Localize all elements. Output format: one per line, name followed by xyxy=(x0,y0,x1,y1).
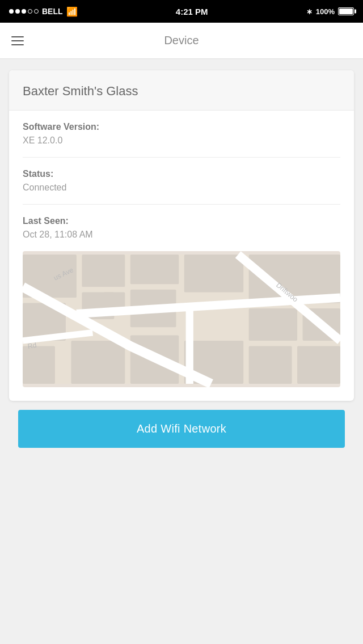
map-svg: us Ave Driftwoo Rd xyxy=(23,251,340,387)
menu-button[interactable] xyxy=(11,36,24,45)
main-content: Baxter Smith's Glass Software Version: X… xyxy=(0,59,363,644)
map-background: us Ave Driftwoo Rd xyxy=(23,251,340,387)
status-bar-left: BELL 📶 xyxy=(9,6,78,17)
svg-rect-4 xyxy=(82,255,125,287)
battery-indicator xyxy=(338,7,354,15)
hamburger-line-1 xyxy=(11,36,24,37)
device-name: Baxter Smith's Glass xyxy=(23,84,138,98)
wifi-icon: 📶 xyxy=(66,6,78,17)
map-container[interactable]: us Ave Driftwoo Rd xyxy=(23,251,340,387)
svg-rect-12 xyxy=(297,346,340,383)
svg-rect-11 xyxy=(249,346,292,383)
signal-dot-2 xyxy=(15,9,20,14)
svg-rect-6 xyxy=(130,255,179,284)
signal-dot-3 xyxy=(22,9,26,14)
add-wifi-button[interactable]: Add Wifi Network xyxy=(18,410,345,448)
nav-bar: Device xyxy=(0,23,363,59)
signal-dot-1 xyxy=(9,9,14,14)
carrier-label: BELL xyxy=(42,7,63,16)
status-label: Status: xyxy=(23,169,340,179)
software-version-row: Software Version: XE 12.0.0 xyxy=(23,111,340,158)
device-card: Baxter Smith's Glass Software Version: X… xyxy=(9,70,354,401)
svg-text:Rd: Rd xyxy=(27,341,37,351)
software-version-value: XE 12.0.0 xyxy=(23,135,340,146)
status-value: Connected xyxy=(23,183,340,193)
hamburger-line-2 xyxy=(11,40,24,41)
page-title: Device xyxy=(164,34,199,47)
svg-rect-7 xyxy=(184,255,243,292)
status-row: Status: Connected xyxy=(23,158,340,205)
status-bar-time: 4:21 PM xyxy=(176,7,208,16)
signal-strength xyxy=(9,9,39,14)
battery-bar xyxy=(338,7,354,15)
hamburger-line-3 xyxy=(11,44,24,45)
battery-fill xyxy=(339,9,353,14)
signal-dot-4 xyxy=(28,9,32,14)
bluetooth-icon: ∗ xyxy=(306,7,313,16)
last-seen-value: Oct 28, 11:08 AM xyxy=(23,230,340,240)
svg-rect-3 xyxy=(23,346,55,383)
svg-rect-13 xyxy=(71,341,125,384)
last-seen-row: Last Seen: Oct 28, 11:08 AM xyxy=(23,205,340,251)
software-version-label: Software Version: xyxy=(23,122,340,132)
signal-dot-5 xyxy=(34,9,39,14)
last-seen-label: Last Seen: xyxy=(23,216,340,226)
card-body: Software Version: XE 12.0.0 Status: Conn… xyxy=(9,111,354,251)
card-header: Baxter Smith's Glass xyxy=(9,70,354,111)
status-bar-right: ∗ 100% xyxy=(306,7,354,16)
battery-percentage: 100% xyxy=(316,7,335,16)
status-bar: BELL 📶 4:21 PM ∗ 100% xyxy=(0,0,363,23)
svg-rect-9 xyxy=(249,308,297,341)
